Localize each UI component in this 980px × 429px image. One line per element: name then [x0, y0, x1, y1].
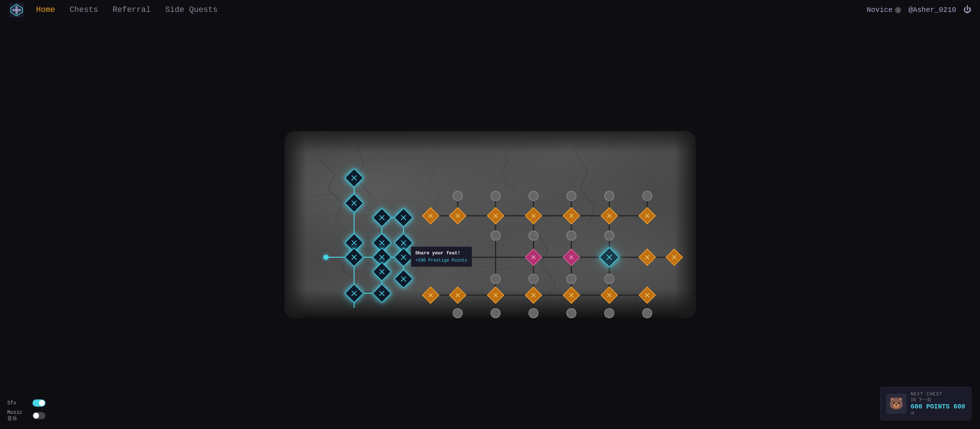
node-orange-1[interactable]	[424, 209, 437, 222]
gray-circle-16	[642, 308, 652, 318]
chest-avatar: 🐻	[886, 394, 906, 414]
gray-circle-4	[566, 191, 576, 201]
nav-side-quests[interactable]: Side Quests	[165, 5, 218, 14]
node-orange-bot-5[interactable]	[603, 289, 616, 302]
node-orange-bot-1[interactable]	[451, 289, 464, 302]
node-active-14[interactable]	[395, 270, 412, 288]
username: @Asher_0210	[908, 6, 956, 14]
gray-circle-6	[642, 191, 652, 201]
nav-chests[interactable]: Chests	[70, 5, 98, 14]
node-orange-row1-6[interactable]	[641, 209, 654, 222]
node-orange-bot-2[interactable]	[489, 289, 502, 302]
gray-circle-7	[490, 230, 501, 241]
gray-circle-19	[566, 274, 576, 284]
node-active-6[interactable]	[373, 208, 391, 227]
music-row: Music 音乐	[7, 410, 46, 422]
node-orange-mid-2[interactable]	[668, 251, 681, 264]
gray-circle-10	[604, 230, 614, 241]
gray-circle-3	[528, 191, 539, 201]
sfx-toggle[interactable]	[32, 399, 46, 407]
gray-circle-5	[604, 191, 614, 201]
nav-referral[interactable]: Referral	[113, 5, 151, 14]
node-active-4[interactable]	[345, 248, 363, 266]
navbar: Home Chests Referral Side Quests Novice …	[0, 0, 980, 20]
rank-label: Novice	[867, 6, 892, 14]
music-toggle[interactable]	[32, 412, 46, 419]
logo	[9, 2, 25, 18]
next-chest-panel: 🐻 NEXT CHEST IN 下一页 600 POINTS 600 分	[880, 387, 971, 420]
node-orange-mid-1[interactable]	[641, 251, 654, 264]
chest-label: NEXT CHEST	[911, 391, 965, 397]
nav-home[interactable]: Home	[36, 5, 55, 14]
rank-badge: Novice i	[867, 6, 901, 14]
gray-circle-15	[604, 308, 614, 318]
gray-circle-9	[566, 230, 576, 241]
gray-circle-14	[566, 308, 576, 318]
node-active-13[interactable]	[395, 248, 412, 266]
gray-circle-11	[453, 308, 463, 318]
gray-circle-13	[528, 308, 539, 318]
gray-circle-12	[490, 308, 501, 318]
node-pink-1[interactable]	[527, 251, 540, 264]
chest-unit: 分	[911, 410, 965, 416]
nav-links: Home Chests Referral Side Quests	[36, 5, 867, 14]
gray-circle-17	[490, 274, 501, 284]
node-orange-row1-3[interactable]	[527, 209, 540, 222]
node-active-10[interactable]	[373, 284, 391, 302]
nav-right: Novice i @Asher_0210 ⏻	[867, 5, 971, 15]
node-active-11[interactable]	[395, 208, 412, 227]
node-orange-bot-3[interactable]	[527, 289, 540, 302]
chest-points: 600 POINTS 600	[911, 403, 965, 410]
node-orange-bot-6[interactable]	[641, 289, 654, 302]
node-active-1[interactable]	[345, 169, 363, 187]
chest-info: NEXT CHEST IN 下一页 600 POINTS 600 分	[911, 391, 965, 416]
gray-circle-1	[453, 191, 463, 201]
node-orange-row1-5[interactable]	[603, 209, 616, 222]
sfx-row: Sfx	[7, 399, 46, 407]
node-active-5[interactable]	[345, 284, 363, 302]
node-pink-2[interactable]	[565, 251, 578, 264]
gray-circle-20	[604, 274, 614, 284]
node-current[interactable]	[601, 249, 617, 265]
node-orange-2[interactable]	[424, 289, 437, 302]
chest-sub: IN 下一页	[911, 397, 965, 403]
audio-controls: Sfx Music 音乐	[7, 399, 46, 422]
node-orange-row1-2[interactable]	[489, 209, 502, 222]
node-active-2[interactable]	[345, 194, 363, 212]
gray-circle-2	[490, 191, 501, 201]
node-orange-bot-4[interactable]	[565, 289, 578, 302]
svg-rect-4	[12, 9, 21, 11]
logout-icon[interactable]: ⏻	[963, 5, 971, 15]
gray-circle-18	[528, 274, 539, 284]
rank-info-icon[interactable]: i	[895, 7, 901, 13]
main-content: Share your feat! +100 Prestige Points	[0, 20, 980, 429]
node-active-9[interactable]	[373, 263, 391, 281]
stone-panel: Share your feat! +100 Prestige Points	[285, 131, 696, 319]
node-orange-row1-4[interactable]	[565, 209, 578, 222]
gray-circle-8	[528, 230, 539, 241]
sfx-label: Sfx	[7, 400, 29, 406]
music-label: Music 音乐	[7, 410, 29, 422]
node-orange-row1-1[interactable]	[451, 209, 464, 222]
waypoint-left	[323, 255, 328, 260]
